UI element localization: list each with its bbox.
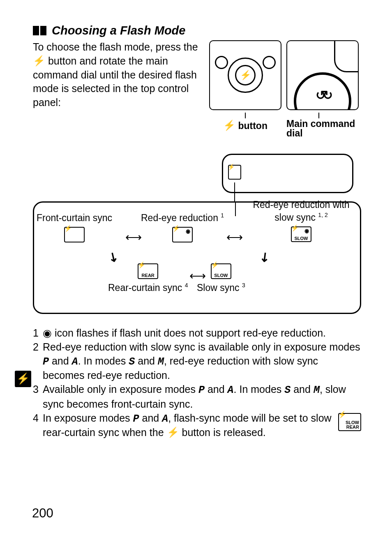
mode-label: Red-eye reduction 1 <box>141 212 224 224</box>
mode-front-curtain: Front-curtain sync <box>37 212 112 242</box>
illustration-captions: ⚡ button Main command dial <box>209 113 361 138</box>
flash-icon: ⚡ <box>235 65 256 85</box>
leader-line-icon <box>245 113 246 118</box>
footnote-text: . In modes <box>78 355 129 367</box>
mode-label-text: Slow sync <box>197 282 240 293</box>
camera-dial-icon: ⚡ <box>228 58 263 93</box>
footnote-text: Available only in exposure modes <box>43 383 198 395</box>
flash-button-illustration: ⚡ <box>209 40 281 110</box>
footnote-text: . In modes <box>234 383 285 395</box>
eye-icon: ◉ <box>43 327 52 339</box>
mode-glyph: A <box>162 413 168 425</box>
mode-label-text: Red-eye reduction with slow sync <box>253 199 349 223</box>
icon-badge-text: REAR <box>346 425 359 429</box>
intro-row: To choose the flash mode, press the ⚡ bu… <box>33 40 361 138</box>
flash-mode-icon: REAR <box>138 263 158 279</box>
mode-glyph: M <box>314 384 320 396</box>
footnote-number: 1 <box>33 326 43 340</box>
mode-glyph: A <box>72 356 78 368</box>
footnote-number: 2 <box>33 340 43 383</box>
slow-rear-flash-icon: SLOW REAR <box>338 413 361 431</box>
mode-red-eye: Red-eye reduction 1 <box>141 212 224 242</box>
leader-line-icon <box>318 113 319 118</box>
footnotes: 1 ◉ icon flashes if flash unit does not … <box>33 326 361 440</box>
flash-icon: ⚡ <box>33 54 45 67</box>
mode-glyph: S <box>284 384 291 396</box>
top-control-panel-illustration <box>222 154 353 193</box>
footnote-text: button is released. <box>179 427 266 438</box>
command-dial-illustration: ↺↻ <box>286 40 359 110</box>
flash-icon: ⚡ <box>16 372 30 386</box>
double-arrow-icon: ⟷ <box>226 230 241 245</box>
section-heading: Choosing a Flash Mode <box>33 23 361 39</box>
flash-mode-icon: SLOW <box>211 263 231 279</box>
footnote-1: 1 ◉ icon flashes if flash unit does not … <box>33 326 361 340</box>
mode-glyph: S <box>129 356 135 368</box>
mode-glyph: P <box>198 384 205 396</box>
flash-icon: ⚡ <box>223 119 235 132</box>
intro-text-part1: To choose the flash mode, press the <box>33 41 198 53</box>
footnote-text: and <box>49 355 72 367</box>
mode-label: Red-eye reduction with slow sync 1, 2 <box>248 198 355 224</box>
margin-flash-tab: ⚡ <box>15 371 31 387</box>
leader-line-icon <box>234 182 235 202</box>
icon-badge-text: SLOW <box>346 420 359 425</box>
flash-mode-icon: SLOW <box>291 226 311 242</box>
double-arrow-icon: ⟷ <box>189 268 204 284</box>
mode-label: Front-curtain sync <box>37 212 112 224</box>
mode-glyph: P <box>133 413 139 425</box>
mode-glyph: P <box>43 356 49 368</box>
intro-paragraph: To choose the flash mode, press the ⚡ bu… <box>33 40 209 110</box>
flash-mode-icon <box>64 227 85 242</box>
rotate-arrow-icon: ↺↻ <box>316 87 330 104</box>
heading-marker-icon <box>33 26 48 35</box>
camera-btn-icon <box>215 56 228 69</box>
mode-label-text: Red-eye reduction <box>141 212 218 223</box>
footnote-text: In exposure modes <box>43 412 133 424</box>
diagonal-arrow-icon: ↙ <box>255 247 274 267</box>
footnote-text: and <box>139 412 162 424</box>
footnote-text: Red-eye reduction with slow sync is avai… <box>43 341 360 353</box>
mode-label-text: Rear-curtain sync <box>108 282 182 293</box>
footnote-ref: 1 <box>221 212 224 219</box>
manual-page: Choosing a Flash Mode To choose the flas… <box>0 0 392 540</box>
flash-mode-cycle: Front-curtain sync Red-eye reduction 1 R… <box>33 201 361 314</box>
flash-mode-icon <box>172 227 193 242</box>
mode-glyph: M <box>158 356 164 368</box>
flash-button-caption: button <box>238 120 267 131</box>
double-arrow-icon: ⟷ <box>125 230 140 245</box>
footnote-ref: 3 <box>242 282 245 288</box>
illustration-column: ⚡ ↺↻ ⚡ button <box>209 40 361 138</box>
footnote-text: and <box>291 383 314 395</box>
intro-text-part2: button and rotate the main command dial … <box>33 55 197 108</box>
footnote-number: 3 <box>33 383 43 411</box>
flash-icon: ⚡ <box>167 426 179 439</box>
flash-mode-diagram: Front-curtain sync Red-eye reduction 1 R… <box>33 154 361 314</box>
mode-red-eye-slow: Red-eye reduction with slow sync 1, 2 SL… <box>248 198 355 242</box>
mode-rear-curtain: REAR Rear-curtain sync 4 <box>108 261 188 294</box>
footnote-2: 2 Red-eye reduction with slow sync is av… <box>33 340 361 383</box>
camera-btn-icon <box>263 56 276 69</box>
footnote-4: 4 In exposure modes P and A, flash-sync … <box>33 411 361 440</box>
command-dial-caption: Main command dial <box>286 118 355 138</box>
footnote-ref: 1, 2 <box>318 212 327 219</box>
footnote-3: 3 Available only in exposure modes P and… <box>33 383 361 411</box>
mode-glyph: A <box>228 384 234 396</box>
heading-text: Choosing a Flash Mode <box>52 23 185 39</box>
leader-line-icon <box>235 201 236 216</box>
footnote-text: icon flashes if flash unit does not supp… <box>55 327 326 339</box>
page-number: 200 <box>32 505 53 522</box>
mode-label: Rear-curtain sync 4 <box>108 282 188 294</box>
footnote-text: and <box>135 355 158 367</box>
footnote-number: 4 <box>33 411 43 440</box>
footnote-text: and <box>205 383 228 395</box>
lcd-flash-indicator-icon <box>228 165 241 180</box>
footnote-ref: 4 <box>185 282 188 288</box>
camera-body-icon <box>334 40 359 72</box>
